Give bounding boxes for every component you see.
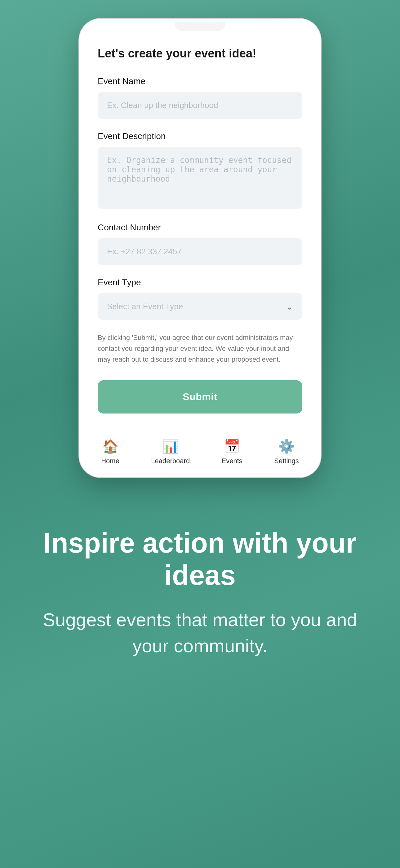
nav-home-label: Home — [101, 457, 120, 465]
inspiration-section: Inspire action with your ideas Suggest e… — [0, 496, 400, 696]
contact-number-label: Contact Number — [98, 223, 302, 232]
nav-settings[interactable]: ⚙️ Settings — [274, 439, 299, 465]
event-type-group: Event Type Select an Event Type ⌄ — [98, 278, 302, 320]
event-name-input[interactable] — [98, 92, 302, 119]
home-icon: 🏠 — [102, 439, 119, 454]
contact-number-group: Contact Number — [98, 223, 302, 265]
event-description-input[interactable] — [98, 147, 302, 209]
events-icon: 📅 — [224, 439, 240, 454]
nav-events-label: Events — [222, 457, 242, 465]
event-description-label: Event Description — [98, 131, 302, 141]
nav-leaderboard-label: Leaderboard — [151, 457, 190, 465]
event-type-wrapper: Select an Event Type ⌄ — [98, 293, 302, 320]
event-name-label: Event Name — [98, 76, 302, 86]
nav-events[interactable]: 📅 Events — [222, 439, 242, 465]
event-description-group: Event Description — [98, 131, 302, 210]
inspiration-headline: Inspire action with your ideas — [25, 527, 375, 591]
nav-leaderboard[interactable]: 📊 Leaderboard — [151, 439, 190, 465]
event-type-label: Event Type — [98, 278, 302, 287]
form-container: Let's create your event idea! Event Name… — [79, 34, 321, 429]
nav-home[interactable]: 🏠 Home — [101, 439, 120, 465]
submit-button[interactable]: Submit — [98, 380, 302, 413]
phone-shell: Let's create your event idea! Event Name… — [79, 19, 321, 477]
leaderboard-icon: 📊 — [163, 439, 178, 454]
form-title: Let's create your event idea! — [98, 46, 302, 61]
phone-top-bar — [79, 19, 321, 34]
event-type-select[interactable]: Select an Event Type — [98, 293, 302, 320]
bottom-navigation: 🏠 Home 📊 Leaderboard 📅 Events ⚙️ Setting… — [79, 429, 321, 477]
contact-number-input[interactable] — [98, 238, 302, 265]
event-name-group: Event Name — [98, 76, 302, 119]
consent-text: By clicking 'Submit,' you agree that our… — [98, 332, 302, 365]
inspiration-subtext: Suggest events that matter to you and yo… — [25, 607, 375, 659]
phone-notch — [175, 22, 225, 31]
nav-settings-label: Settings — [274, 457, 299, 465]
settings-icon: ⚙️ — [278, 439, 295, 454]
phone-device: Let's create your event idea! Event Name… — [79, 19, 321, 477]
